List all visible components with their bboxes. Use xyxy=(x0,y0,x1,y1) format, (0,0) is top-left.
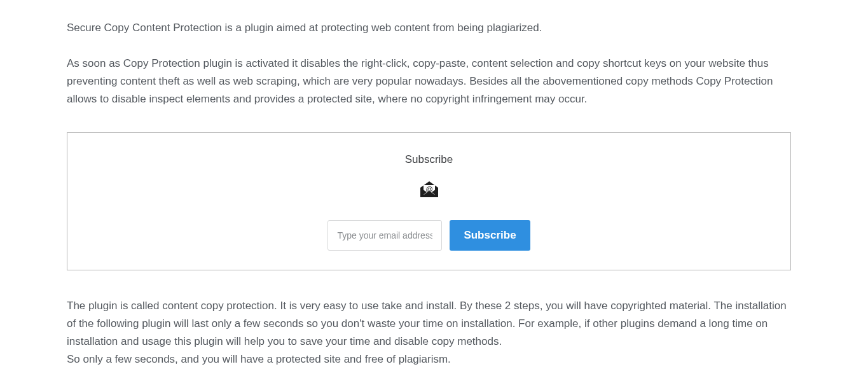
outro-paragraph-1: The plugin is called content copy protec… xyxy=(67,297,791,351)
subscribe-title: Subscribe xyxy=(405,151,453,169)
article-body: Secure Copy Content Protection is a plug… xyxy=(0,0,858,376)
description-paragraph: As soon as Copy Protection plugin is act… xyxy=(67,55,791,108)
subscribe-form: Subscribe xyxy=(327,220,530,251)
subscribe-box: Subscribe @ Subscribe xyxy=(67,132,791,270)
outro-paragraph-2: So only a few seconds, and you will have… xyxy=(67,351,791,368)
subscribe-button[interactable]: Subscribe xyxy=(450,220,530,251)
intro-paragraph: Secure Copy Content Protection is a plug… xyxy=(67,19,791,37)
mail-at-icon: @ xyxy=(420,180,439,204)
email-input[interactable] xyxy=(327,220,442,251)
